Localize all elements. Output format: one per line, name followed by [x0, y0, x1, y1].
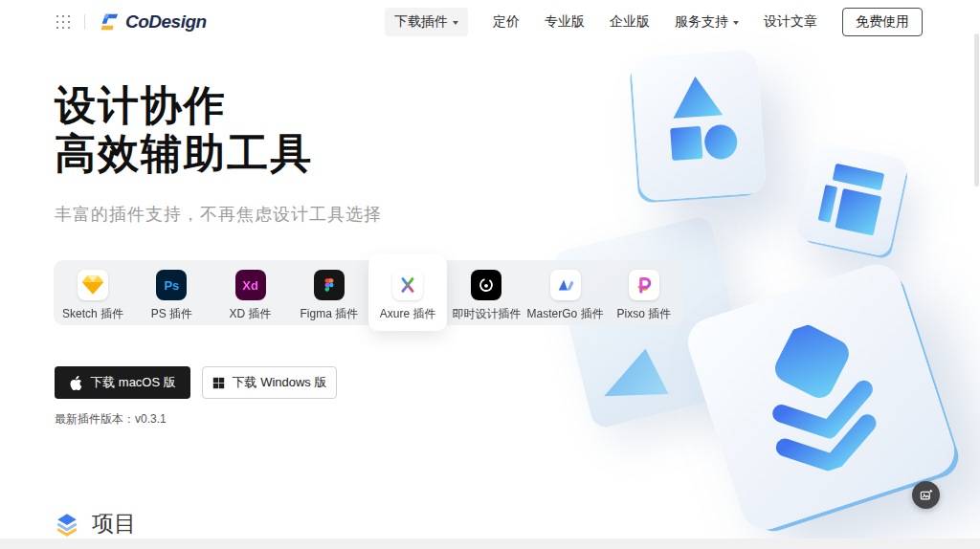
plugin-item-mastergo[interactable]: MasterGo 插件 [526, 260, 605, 325]
projects-layers-icon [55, 512, 79, 537]
app-grid-icon[interactable] [56, 14, 71, 30]
header-divider [84, 14, 85, 30]
projects-title: 项目 [92, 509, 136, 538]
download-buttons: 下载 macOS 版 下载 Windows 版 [55, 366, 337, 399]
pixso-icon [629, 270, 659, 300]
image-plus-icon [920, 489, 933, 502]
nav-item-pricing[interactable]: 定价 [493, 13, 520, 31]
apple-icon [69, 375, 82, 391]
plugin-version-text: 最新插件版本：v0.3.1 [55, 411, 167, 428]
shapes-card-illustration [631, 50, 767, 202]
plugin-selector-bar: Sketch 插件 Ps PS 插件 Xd XD 插件 Figma 插件 [54, 260, 683, 325]
nav-item-pro[interactable]: 专业版 [545, 13, 585, 31]
next-section-strip [0, 538, 980, 549]
mastergo-icon [550, 270, 581, 300]
triangle-square-circle-icon [645, 66, 752, 186]
download-windows-button[interactable]: 下载 Windows 版 [202, 366, 337, 399]
plugin-item-figma[interactable]: Figma 插件 [290, 260, 368, 325]
plugin-item-jsdesign[interactable]: 即时设计插件 [447, 260, 525, 325]
figma-icon [314, 270, 345, 300]
logo-text: CoDesign [125, 11, 207, 33]
scrollbar-thumb[interactable] [974, 33, 979, 187]
codesign-logo-icon [99, 11, 120, 33]
plugin-item-photoshop[interactable]: Ps PS 插件 [132, 260, 211, 325]
nav-item-enterprise[interactable]: 企业版 [610, 13, 650, 31]
projects-section-header: 项目 [55, 509, 136, 538]
photoshop-icon: Ps [156, 270, 187, 300]
sketch-icon [78, 270, 108, 300]
layout-wireframe-icon [811, 157, 893, 240]
codesign-landing-page: CoDesign 下载插件 定价 专业版 企业版 服务支持 设计文章 [0, 0, 980, 549]
plugin-item-xd[interactable]: Xd XD 插件 [212, 260, 290, 325]
nav-item-download-plugin[interactable]: 下载插件 [385, 8, 468, 36]
stacked-layers-icon [730, 306, 912, 489]
download-macos-button[interactable]: 下载 macOS 版 [55, 366, 190, 399]
free-use-button[interactable]: 免费使用 [842, 8, 923, 36]
nav-item-support[interactable]: 服务支持 [675, 13, 739, 31]
header-left: CoDesign [56, 11, 207, 33]
main-nav: 下载插件 定价 专业版 企业版 服务支持 设计文章 免费使用 [385, 8, 923, 36]
top-navigation-bar: CoDesign 下载插件 定价 专业版 企业版 服务支持 设计文章 [0, 0, 980, 44]
codesign-logo[interactable]: CoDesign [99, 11, 207, 33]
plugin-item-pixso[interactable]: Pixso 插件 [605, 260, 683, 325]
chevron-down-icon [453, 21, 458, 25]
hero-subtitle: 丰富的插件支持，不再焦虑设计工具选择 [55, 203, 382, 226]
axure-icon [392, 270, 423, 300]
change-banner-image-button[interactable] [912, 481, 940, 509]
windows-icon [212, 377, 225, 389]
page-title: 设计协作 高效辅助工具 [55, 81, 313, 177]
chevron-down-icon [733, 21, 739, 25]
plugin-item-axure[interactable]: Axure 插件 [368, 254, 447, 331]
jsdesign-icon [471, 270, 501, 300]
wireframe-card-illustration [794, 141, 908, 258]
plugin-item-sketch[interactable]: Sketch 插件 [54, 260, 132, 325]
adobe-xd-icon: Xd [235, 270, 266, 300]
nav-item-articles[interactable]: 设计文章 [764, 13, 817, 31]
